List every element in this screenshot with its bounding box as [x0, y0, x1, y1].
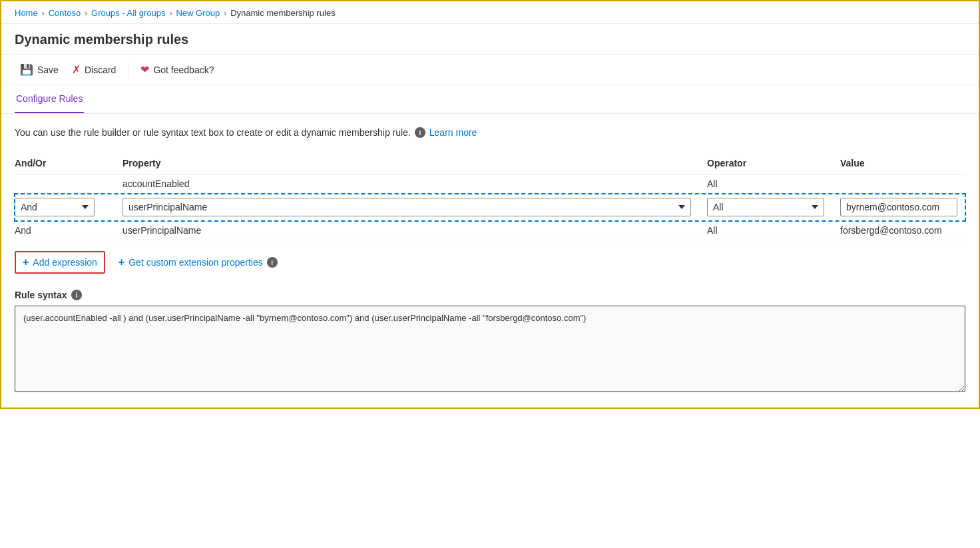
breadcrumb-current: Dynamic membership rules — [230, 8, 336, 18]
tabs-section: Configure Rules — [1, 85, 979, 114]
rule-syntax-section: Rule syntax i (user.accountEnabled -all … — [15, 290, 965, 394]
row2-property-select[interactable]: userPrincipalName accountEnabled departm… — [122, 198, 691, 216]
add-expression-plus-icon: + — [23, 256, 29, 268]
row2-andor-cell: And Or — [15, 194, 115, 221]
get-custom-label: Get custom extension properties — [128, 257, 263, 268]
rule-syntax-info-icon[interactable]: i — [71, 290, 82, 300]
get-custom-button[interactable]: + Get custom extension properties i — [119, 252, 278, 272]
breadcrumb-sep-4: › — [224, 9, 226, 18]
save-label: Save — [37, 65, 59, 75]
rule-row-2: And Or userPrincipalName accountEnabled … — [15, 194, 965, 221]
col-header-operator: Operator — [699, 154, 832, 174]
row3-property: userPrincipalName — [115, 221, 699, 240]
info-tooltip-icon[interactable]: i — [415, 127, 425, 138]
breadcrumb-contoso[interactable]: Contoso — [49, 8, 81, 18]
row2-value-input[interactable] — [840, 198, 957, 216]
save-icon: 💾 — [20, 63, 33, 76]
rule-row-3: And userPrincipalName All forsbergd@cont… — [15, 221, 965, 240]
info-description: You can use the rule builder or rule syn… — [15, 127, 411, 138]
breadcrumb-sep-2: › — [85, 9, 87, 18]
toolbar-divider — [128, 62, 128, 78]
learn-more-link[interactable]: Learn more — [429, 127, 477, 138]
col-header-value: Value — [832, 154, 965, 174]
discard-icon: ✗ — [72, 63, 81, 76]
row2-operator-cell: All Equals Not Equals Contains — [699, 194, 832, 221]
rule-builder-table: And/Or Property Operator Value accountEn… — [15, 154, 965, 240]
breadcrumb: Home › Contoso › Groups - All groups › N… — [1, 1, 979, 24]
row3-value: forsbergd@contoso.com — [832, 221, 965, 240]
discard-label: Discard — [85, 65, 116, 75]
rule-syntax-header: Rule syntax i — [15, 290, 965, 300]
breadcrumb-sep-3: › — [169, 9, 172, 18]
row1-value — [832, 174, 965, 194]
col-header-property: Property — [115, 154, 699, 174]
breadcrumb-home[interactable]: Home — [15, 8, 38, 18]
get-custom-plus-icon: + — [119, 256, 124, 268]
row2-value-cell — [832, 194, 965, 221]
rule-row-1: accountEnabled All — [15, 174, 965, 194]
row3-andor: And — [15, 221, 115, 240]
save-button[interactable]: 💾 Save — [15, 60, 64, 79]
row1-operator: All — [699, 174, 832, 194]
actions-row: + Add expression + Get custom extension … — [15, 251, 965, 274]
row2-andor-select[interactable]: And Or — [15, 198, 95, 216]
add-expression-label: Add expression — [33, 257, 97, 268]
rule-syntax-title: Rule syntax — [15, 290, 67, 300]
row2-operator-select[interactable]: All Equals Not Equals Contains — [707, 198, 824, 216]
feedback-icon: ❤ — [140, 63, 149, 76]
rule-syntax-textarea[interactable]: (user.accountEnabled -all ) and (user.us… — [15, 306, 965, 392]
row1-andor — [15, 174, 115, 194]
breadcrumb-new-group[interactable]: New Group — [176, 8, 220, 18]
row3-operator: All — [699, 221, 832, 240]
info-text: You can use the rule builder or rule syn… — [15, 127, 965, 138]
feedback-label: Got feedback? — [153, 65, 214, 75]
page-title-section: Dynamic membership rules — [1, 24, 979, 55]
main-content: You can use the rule builder or rule syn… — [1, 114, 979, 408]
col-header-andor: And/Or — [15, 154, 115, 174]
discard-button[interactable]: ✗ Discard — [67, 60, 121, 79]
toolbar: 💾 Save ✗ Discard ❤ Got feedback? — [1, 55, 979, 85]
breadcrumb-sep-1: › — [42, 9, 45, 18]
page-title: Dynamic membership rules — [15, 32, 965, 47]
get-custom-info-icon[interactable]: i — [267, 257, 278, 268]
row2-property-cell: userPrincipalName accountEnabled departm… — [115, 194, 699, 221]
tab-configure-rules[interactable]: Configure Rules — [15, 85, 84, 113]
row1-property: accountEnabled — [115, 174, 699, 194]
feedback-button[interactable]: ❤ Got feedback? — [135, 60, 219, 79]
breadcrumb-groups[interactable]: Groups - All groups — [91, 8, 165, 18]
add-expression-button[interactable]: + Add expression — [15, 251, 105, 274]
